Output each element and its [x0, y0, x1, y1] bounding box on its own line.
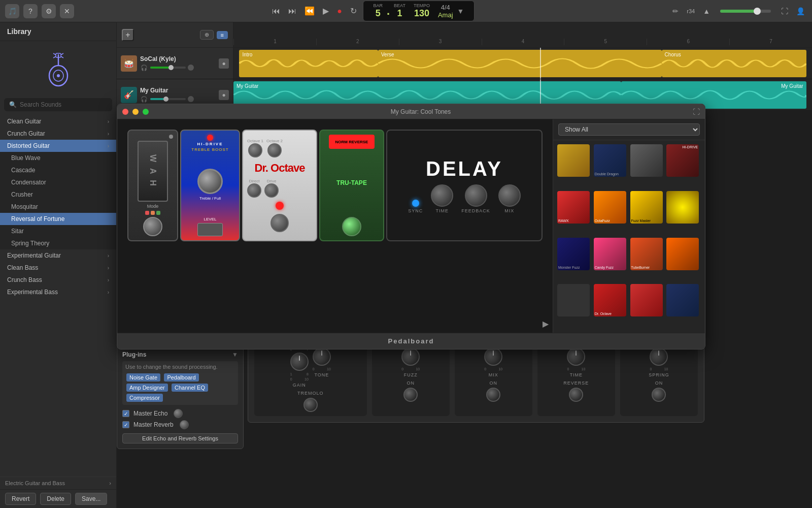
preset-thumb[interactable]: RAWX — [557, 191, 590, 224]
preset-thumb[interactable]: Fuzz Master — [630, 191, 663, 224]
fullscreen-button[interactable]: ⛶ — [779, 5, 790, 17]
noise-gate-chip[interactable]: Noise Gate — [126, 373, 160, 382]
reverb-on-knob[interactable] — [652, 388, 666, 402]
track-2-fader[interactable] — [150, 98, 186, 100]
position-dropdown-button[interactable]: ▼ — [457, 7, 464, 15]
fuzz-knob[interactable] — [401, 347, 420, 366]
help-icon[interactable]: ? — [23, 4, 38, 18]
octave1-knob[interactable] — [248, 143, 262, 157]
fast-forward-button[interactable]: ⏭ — [286, 5, 298, 18]
window-maximize-button[interactable] — [143, 109, 149, 115]
wah-knob-top[interactable] — [169, 135, 173, 139]
master-reverb-checkbox[interactable]: ✓ — [122, 421, 129, 428]
sidebar-subitem-cascade[interactable]: Cascade — [0, 164, 116, 176]
track-options-button[interactable]: ⊕ — [200, 30, 214, 40]
track-2-record-arm-button[interactable]: ● — [219, 90, 229, 100]
app-icon[interactable]: 🎵 — [5, 4, 19, 18]
revert-button[interactable]: Revert — [5, 493, 36, 505]
sidebar-footer-label[interactable]: Electric Guitar and Bass — [5, 480, 65, 486]
add-track-button[interactable]: + — [122, 29, 134, 41]
amp-designer-chip[interactable]: Amp Designer — [126, 384, 168, 392]
preset-thumb[interactable]: Monster Fuzz — [557, 238, 590, 270]
preset-thumb[interactable] — [630, 284, 663, 316]
plugins-section-header[interactable]: Plug-ins ▼ — [122, 350, 238, 359]
delay-feedback-knob[interactable] — [465, 184, 487, 207]
echo-time-knob[interactable] — [567, 347, 585, 366]
preset-thumb[interactable] — [557, 284, 590, 316]
preset-thumb[interactable] — [557, 144, 590, 177]
preset-thumb[interactable] — [666, 191, 699, 224]
track-1-region-chorus[interactable]: Chorus — [662, 50, 806, 77]
play-button[interactable]: ▶ — [321, 4, 331, 18]
next-pedal-button[interactable]: ▶ — [543, 319, 549, 329]
direct-knob[interactable] — [247, 183, 261, 198]
preset-thumb[interactable] — [666, 284, 699, 316]
spring-knob[interactable] — [650, 347, 668, 366]
sidebar-subitem-spring-theory[interactable]: Spring Theory — [0, 237, 116, 249]
preset-thumb[interactable] — [630, 144, 663, 177]
track-2-mute-button[interactable]: 🎧 — [140, 96, 148, 103]
track-1-record-arm-button[interactable]: ● — [219, 58, 229, 69]
preset-thumb[interactable] — [666, 238, 699, 270]
preset-thumb[interactable]: Dr. Octave — [594, 284, 626, 316]
close-icon[interactable]: ✕ — [60, 4, 74, 18]
loop-button[interactable]: ↻ — [348, 4, 359, 18]
sidebar-subitem-blue-wave[interactable]: Blue Wave — [0, 152, 116, 164]
tone-knob[interactable] — [313, 347, 331, 366]
sidebar-item-clean-guitar[interactable]: Clean Guitar › — [0, 115, 116, 128]
window-expand-button[interactable]: ⛶ — [693, 108, 700, 116]
delay-pedal[interactable]: DELAY SYNC TIME FEEDBACK — [386, 130, 543, 241]
tru-tape-pedal[interactable]: NORM REVERSE TRU-TAPE — [319, 130, 384, 241]
sidebar-item-experimental-bass[interactable]: Experimental Bass › — [0, 286, 116, 298]
preset-thumb[interactable]: OctaFuzz — [594, 191, 626, 224]
search-bar[interactable]: 🔍 — [4, 98, 112, 111]
drive-knob[interactable] — [264, 183, 279, 198]
compressor-chip[interactable]: Compressor — [126, 394, 163, 402]
delay-time-knob[interactable] — [431, 184, 453, 207]
reverse-knob[interactable] — [569, 388, 583, 402]
pedalboard-chip[interactable]: Pedalboard — [164, 373, 198, 382]
octave-foot-knob[interactable] — [270, 214, 289, 232]
octave2-knob[interactable] — [267, 143, 282, 157]
level-switch[interactable] — [197, 223, 223, 236]
rewind-button[interactable]: ⏮ — [270, 5, 282, 18]
record-button[interactable]: ● — [335, 5, 344, 18]
window-minimize-button[interactable] — [132, 109, 139, 115]
hi-drive-pedal[interactable]: HI-DRIVE TREBLE BOOST Treble / Full LEVE… — [180, 130, 240, 241]
sidebar-subitem-crusher[interactable]: Crusher — [0, 188, 116, 201]
save-button[interactable]: Save... — [75, 493, 107, 505]
wah-pedal[interactable]: W A H Mode — [127, 130, 178, 241]
dr-octave-pedal[interactable]: Octave 1 Octave 2 Dr. Octave Direct — [242, 130, 317, 241]
track-1-lane[interactable]: Intro Verse Chorus — [233, 48, 812, 79]
sidebar-subitem-condensator[interactable]: Condensator — [0, 176, 116, 188]
hi-drive-main-knob[interactable] — [197, 169, 223, 194]
preset-thumb[interactable]: HI-DRIVE — [666, 144, 699, 177]
settings-icon[interactable]: ⚙ — [42, 4, 56, 18]
master-echo-knob[interactable] — [174, 409, 183, 418]
tru-tape-knob[interactable] — [342, 217, 361, 236]
sidebar-item-crunch-bass[interactable]: Crunch Bass › — [0, 274, 116, 286]
channel-eq-chip[interactable]: Channel EQ — [172, 384, 208, 392]
track-1-mute-button[interactable]: 🎧 — [140, 64, 148, 72]
edit-echo-reverb-button[interactable]: Edit Echo and Reverb Settings — [122, 433, 238, 443]
master-reverb-knob[interactable] — [180, 420, 189, 429]
search-input[interactable] — [20, 101, 107, 108]
preset-thumb[interactable]: TubeBurner — [630, 238, 663, 270]
timeline-ruler[interactable]: 1 2 3 4 5 6 7 — [233, 22, 812, 47]
master-volume-slider[interactable] — [720, 10, 771, 13]
echo-mix-knob[interactable] — [484, 347, 502, 366]
preset-thumb[interactable]: Double Dragon — [594, 144, 626, 177]
sidebar-item-experimental-guitar[interactable]: Experimental Guitar › — [0, 249, 116, 262]
track-1-region-verse[interactable]: Verse — [378, 50, 662, 77]
echo-on-knob[interactable] — [486, 388, 500, 402]
pencil-tool-button[interactable]: ✏ — [670, 5, 681, 17]
skip-back-button[interactable]: ⏪ — [302, 4, 317, 18]
track-1-pan-knob[interactable] — [188, 65, 194, 71]
tremolo-knob[interactable] — [303, 398, 318, 412]
sidebar-item-distorted-guitar[interactable]: Distorted Guitar › — [0, 140, 116, 152]
sidebar-subitem-reversal[interactable]: Reversal of Fortune — [0, 213, 116, 225]
sidebar-item-clean-bass[interactable]: Clean Bass › — [0, 262, 116, 274]
user-button[interactable]: 👤 — [794, 5, 807, 17]
wah-foot-knob[interactable] — [143, 217, 162, 236]
track-1-fader[interactable] — [150, 67, 186, 69]
